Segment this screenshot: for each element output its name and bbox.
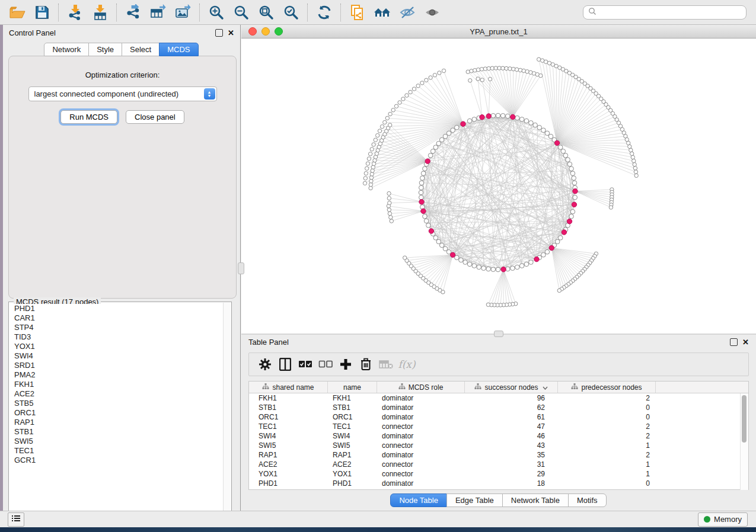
mcds-result-item[interactable]: ORC1	[9, 408, 224, 418]
cell-mcds-role[interactable]: dominator	[377, 432, 465, 440]
mcds-result-item[interactable]: STB5	[9, 399, 224, 408]
cell-name[interactable]: ORC1	[328, 413, 377, 421]
apply-layout-icon[interactable]	[314, 4, 334, 21]
vertical-splitter-handle[interactable]	[238, 262, 244, 274]
search-input[interactable]	[600, 8, 741, 17]
window-zoom-icon[interactable]	[275, 27, 283, 36]
network-graph[interactable]	[241, 39, 756, 334]
mcds-result-item[interactable]: GCR1	[9, 456, 224, 465]
deselect-all-icon[interactable]	[317, 356, 334, 373]
tab-motifs[interactable]: Motifs	[568, 493, 607, 507]
delete-icon[interactable]	[357, 356, 375, 373]
tab-edge-table[interactable]: Edge Table	[446, 493, 503, 507]
float-table-panel-icon[interactable]	[730, 338, 738, 346]
mcds-result-item[interactable]: RAP1	[9, 418, 224, 427]
first-neighbors-icon[interactable]	[372, 4, 393, 21]
new-network-from-selection-icon[interactable]	[347, 4, 368, 21]
cell-successor-nodes[interactable]: 96	[465, 394, 558, 402]
cell-shared-name[interactable]: STB1	[249, 403, 328, 412]
network-satellite-nodes[interactable]	[363, 57, 638, 307]
table-options-gear-icon[interactable]	[256, 356, 274, 373]
mcds-result-item[interactable]: SRD1	[9, 361, 224, 370]
column-header-predecessor-nodes[interactable]: predecessor nodes	[558, 382, 656, 393]
cell-name[interactable]: ACE2	[328, 460, 377, 469]
table-row[interactable]: FKH1FKH1dominator962	[249, 393, 748, 403]
add-icon[interactable]	[337, 356, 355, 373]
cell-mcds-role[interactable]: connector	[377, 422, 465, 431]
cell-predecessor-nodes[interactable]: 0	[558, 403, 656, 412]
mcds-result-item[interactable]: TID3	[9, 332, 224, 342]
cell-name[interactable]: TEC1	[328, 422, 377, 431]
cell-predecessor-nodes[interactable]: 1	[558, 460, 656, 469]
table-row[interactable]: RAP1RAP1dominator352	[249, 450, 748, 460]
cell-successor-nodes[interactable]: 61	[465, 413, 558, 421]
cell-successor-nodes[interactable]: 46	[465, 432, 558, 440]
cell-name[interactable]: FKH1	[328, 394, 377, 402]
tab-network-table[interactable]: Network Table	[502, 493, 569, 507]
cell-successor-nodes[interactable]: 31	[465, 460, 558, 469]
import-network-icon[interactable]	[65, 4, 85, 21]
mcds-result-item[interactable]: ACE2	[9, 389, 224, 399]
cell-predecessor-nodes[interactable]: 2	[558, 451, 656, 459]
column-header-MCDS-role[interactable]: MCDS role	[377, 382, 465, 393]
cell-mcds-role[interactable]: connector	[377, 460, 465, 469]
cell-shared-name[interactable]: TEC1	[249, 422, 328, 431]
cell-mcds-role[interactable]: dominator	[377, 394, 465, 402]
table-row[interactable]: YOX1YOX1connector291	[249, 469, 748, 479]
tab-network[interactable]: Network	[44, 43, 89, 56]
open-file-icon[interactable]	[7, 4, 27, 21]
cell-shared-name[interactable]: YOX1	[249, 470, 328, 478]
export-table-icon[interactable]	[148, 4, 168, 21]
mcds-result-item[interactable]: PMA2	[9, 370, 224, 380]
cell-shared-name[interactable]: ORC1	[249, 413, 328, 421]
column-header-name[interactable]: name	[328, 382, 377, 393]
table-row[interactable]: ACE2ACE2connector311	[249, 460, 748, 469]
window-minimize-icon[interactable]	[261, 27, 270, 36]
tab-style[interactable]: Style	[88, 43, 122, 56]
network-canvas[interactable]	[241, 39, 756, 334]
memory-button[interactable]: Memory	[698, 512, 748, 527]
search-box[interactable]	[583, 5, 747, 20]
cell-predecessor-nodes[interactable]: 2	[558, 394, 656, 402]
mcds-list-scrollbar[interactable]	[223, 303, 231, 521]
select-all-icon[interactable]	[296, 356, 314, 373]
window-close-icon[interactable]	[248, 27, 257, 36]
table-row[interactable]: STB1STB1dominator620	[249, 403, 748, 412]
cell-shared-name[interactable]: RAP1	[249, 451, 328, 459]
table-row[interactable]: TEC1TEC1connector472	[249, 422, 748, 431]
table-row[interactable]: SWI5SWI5connector431	[249, 441, 748, 450]
network-window-titlebar[interactable]: YPA_prune.txt_1	[241, 25, 756, 39]
mcds-result-item[interactable]: STP4	[9, 323, 224, 332]
cell-mcds-role[interactable]: connector	[377, 470, 465, 478]
mcds-result-item[interactable]: PHD1	[9, 304, 224, 313]
cell-predecessor-nodes[interactable]: 2	[558, 432, 656, 440]
cell-mcds-role[interactable]: dominator	[377, 451, 465, 459]
zoom-selected-icon[interactable]	[281, 4, 301, 21]
export-network-icon[interactable]	[123, 4, 143, 21]
tab-select[interactable]: Select	[122, 43, 160, 56]
mcds-result-item[interactable]: STB1	[9, 427, 224, 437]
cell-shared-name[interactable]: SWI5	[249, 441, 328, 450]
table-row[interactable]: ORC1ORC1dominator610	[249, 412, 748, 422]
cell-name[interactable]: PHD1	[328, 479, 377, 488]
cell-name[interactable]: SWI4	[328, 432, 377, 440]
hide-selected-icon[interactable]	[397, 4, 417, 21]
mcds-result-item[interactable]: SWI5	[9, 437, 224, 446]
mcds-result-item[interactable]: CAR1	[9, 313, 224, 323]
cell-predecessor-nodes[interactable]: 2	[558, 422, 656, 431]
cell-successor-nodes[interactable]: 18	[465, 479, 558, 488]
zoom-fit-icon[interactable]	[256, 4, 276, 21]
cell-predecessor-nodes[interactable]: 0	[558, 479, 656, 488]
export-image-icon[interactable]	[173, 4, 193, 21]
mcds-result-item[interactable]: YOX1	[9, 342, 224, 351]
cell-successor-nodes[interactable]: 29	[465, 470, 558, 478]
mcds-result-list[interactable]: PHD1CAR1STP4TID3YOX1SWI4SRD1PMA2FKH1ACE2…	[9, 304, 224, 521]
tab-node-table[interactable]: Node Table	[390, 493, 447, 507]
cell-successor-nodes[interactable]: 47	[465, 422, 558, 431]
cell-predecessor-nodes[interactable]: 1	[558, 470, 656, 478]
table-row[interactable]: SWI4SWI4dominator462	[249, 431, 748, 441]
cell-shared-name[interactable]: FKH1	[249, 394, 328, 402]
float-panel-icon[interactable]	[215, 29, 223, 37]
cell-successor-nodes[interactable]: 62	[465, 403, 558, 412]
cell-mcds-role[interactable]: dominator	[377, 479, 465, 488]
